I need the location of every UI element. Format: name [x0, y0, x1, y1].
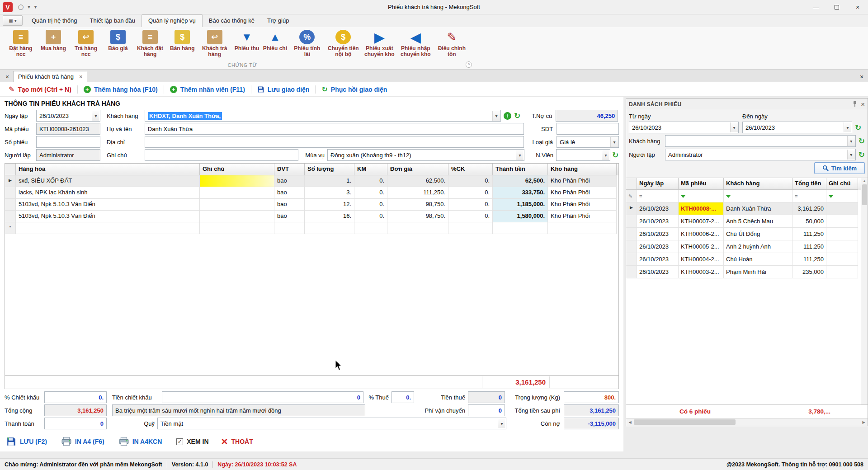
col-ck[interactable]: %CK [448, 164, 493, 175]
list-item[interactable]: 26/10/2023 KTH00007-2... Anh 5 Chệch Mau… [626, 215, 861, 228]
panel-close-icon[interactable]: × [861, 101, 865, 108]
list-item[interactable]: 26/10/2023 KTH00005-2... Anh 2 huỳnh Anh… [626, 240, 861, 253]
col-thanh-tien[interactable]: Thành tiền [493, 164, 548, 175]
them-nhan-vien-button[interactable]: +Thêm nhân viên (F11) [164, 86, 251, 93]
tien-thue-field[interactable]: 0 [468, 391, 505, 403]
thoat-button[interactable]: ×THOÁT [222, 436, 253, 447]
tu-ngay-field[interactable]: 26/10/2023▾ [629, 122, 739, 133]
col-kho-hang[interactable]: Kho hàng [548, 164, 617, 175]
them-hang-hoa-button[interactable]: +Thêm hàng hóa (F10) [78, 86, 164, 93]
t-no-cu-field[interactable]: 46,250 [556, 110, 618, 122]
refresh-customer-icon[interactable]: ↻ [514, 112, 520, 120]
table-row[interactable]: 5103vd, Npk 5.10.3 Văn Điển bao 12. 0. 9… [5, 199, 618, 211]
tab-nav-close-icon[interactable]: × [1, 71, 13, 82]
tien-chiet-khau-field[interactable]: 0 [162, 391, 363, 403]
pcol-tong-tien[interactable]: Tổng tiền [793, 178, 826, 190]
thanh-toan-field[interactable]: 0 [44, 418, 107, 429]
tao-moi-button[interactable]: ✎Tạo mới (Ctrl + N) [3, 85, 77, 94]
ribbon-item-dieu-chinh-ton[interactable]: ✎Điều chỉnh tồn [434, 29, 470, 59]
doc-tab-phieu-khach-tra-hang[interactable]: Phiếu khách trả hàng × [13, 71, 87, 82]
mua-vu-select[interactable]: Đông xuân (Khoảng th9 - th12)▾ [327, 149, 524, 161]
quick-access-caret2-icon[interactable]: ▾ [34, 4, 37, 10]
col-so-luong[interactable]: Số lượng [305, 164, 354, 175]
ghi-chu-field[interactable] [145, 149, 298, 161]
table-row[interactable]: lacks, NPK lạc Khánh sinh bao 3. 0. 111,… [5, 187, 618, 199]
tong-cong-field[interactable]: 3,161,250 [44, 404, 107, 416]
ribbon-item-phieu-xuat-chuyen-kho[interactable]: ▶Phiếu xuất chuyển kho [361, 29, 397, 59]
tim-kiem-button[interactable]: Tìm kiếm [814, 162, 865, 174]
ribbon-item-phieu-nhap-chuyen-kho[interactable]: ◀Phiếu nhập chuyển kho [397, 29, 434, 59]
tab-tro-giup[interactable]: Trợ giúp [261, 15, 296, 27]
ma-phieu-field[interactable]: KTH00008-261023 [36, 123, 100, 135]
trong-luong-field[interactable]: 800. [564, 391, 619, 403]
maximize-button[interactable] [826, 0, 847, 14]
quy-select[interactable]: Tiền mặt▾ [157, 418, 506, 429]
in-a4-button[interactable]: IN A4 (F6) [61, 437, 104, 446]
add-customer-button[interactable]: + [504, 112, 511, 120]
scrollbar-thumb[interactable] [634, 419, 736, 425]
new-row[interactable]: * [5, 222, 618, 234]
filter-ghi-chu[interactable] [826, 190, 858, 202]
quick-access-circle-icon[interactable]: ◯ [18, 4, 24, 10]
list-item[interactable]: 26/10/2023 KTH00003-2... Phạm Minh Hải 2… [626, 266, 861, 278]
den-ngay-field[interactable]: 26/10/2023▾ [742, 122, 852, 133]
ribbon-item-phieu-thu[interactable]: ▼Phiếu thu [233, 29, 261, 59]
col-don-gia[interactable]: Đơn giá [387, 164, 448, 175]
ribbon-item-ban-hang[interactable]: $Bán hàng [168, 29, 197, 59]
con-no-field[interactable]: -3,115,000 [564, 418, 619, 429]
pcol-ma-phieu[interactable]: Mã phiếu [679, 178, 724, 190]
ngay-lap-field[interactable]: 26/10/2023▾ [36, 110, 100, 122]
luu-giao-dien-button[interactable]: Lưu giao diện [251, 86, 316, 93]
bang-chu-field[interactable]: Ba triệu một trăm sáu mươi mốt nghìn hai… [112, 404, 365, 416]
refresh-nhan-vien-icon[interactable]: ↻ [612, 151, 618, 159]
xem-in-checkbox[interactable]: ✓XEM IN [176, 438, 208, 445]
refresh-nguoi-lap-icon[interactable]: ↻ [859, 151, 865, 159]
tab-quan-tri-he-thong[interactable]: Quản trị hệ thống [25, 15, 83, 27]
thue-field[interactable]: 0. [392, 391, 414, 403]
loai-gia-select[interactable]: Giá lẻ▾ [557, 136, 619, 148]
refresh-khach-hang-icon[interactable]: ↻ [859, 137, 865, 145]
pin-icon[interactable] [853, 101, 857, 107]
phuc-hoi-giao-dien-button[interactable]: ↻Phục hồi giao diện [316, 85, 393, 94]
so-phieu-field[interactable] [36, 136, 100, 148]
ribbon-item-phieu-chi[interactable]: ▲Phiếu chi [261, 29, 289, 59]
scrollbar-thumb[interactable] [862, 184, 867, 205]
ribbon-item-chuyen-tien-noi-bo[interactable]: $Chuyển tiền nội bộ [325, 29, 361, 59]
panel-nguoi-lap-select[interactable]: Administrator▾ [665, 149, 856, 160]
chiet-khau-field[interactable]: 0. [44, 391, 107, 403]
ribbon-item-phieu-tinh-lai[interactable]: %Phiếu tính lãi [289, 29, 325, 59]
col-hang-hoa[interactable]: Hàng hóa [16, 164, 200, 175]
khach-hang-field[interactable]: KHDXT, Danh Xuân Thừa,▾ [145, 110, 501, 122]
ribbon-item-dat-hang-ncc[interactable]: ≡Đặt hàng ncc [3, 29, 39, 59]
col-dvt[interactable]: ĐVT [274, 164, 305, 175]
horizontal-scrollbar[interactable]: ◀ ▶ [626, 418, 868, 426]
scroll-up-icon[interactable]: ▲ [863, 179, 866, 183]
table-row[interactable]: ▶ sxđ, SIÊU XỐP ĐẤT bao 1. 0. 62,500. 0.… [5, 175, 618, 187]
panel-khach-hang-select[interactable]: ▾ [665, 135, 856, 147]
filter-ma-phieu[interactable] [679, 190, 724, 202]
ribbon-collapse-button[interactable]: ^ [466, 61, 472, 68]
quick-access-caret-icon[interactable]: ▾ [28, 4, 30, 10]
scroll-left-icon[interactable]: ◀ [626, 418, 634, 426]
vertical-scrollbar[interactable]: ▲ [861, 178, 868, 404]
filter-ngay-lap[interactable]: = [637, 190, 679, 202]
nguoi-lap-field[interactable]: Administrator [36, 149, 100, 161]
pcol-ngay-lap[interactable]: Ngày lập [637, 178, 679, 190]
ribbon-item-khach-tra-hang[interactable]: ↩Khách trả hàng [197, 29, 233, 59]
table-row[interactable]: 5103vd, Npk 5.10.3 Văn Điển bao 16. 0. 9… [5, 211, 618, 222]
col-km[interactable]: KM [354, 164, 387, 175]
filter-tong-tien[interactable]: = [793, 190, 826, 202]
refresh-dates-icon[interactable]: ↻ [855, 124, 861, 132]
ho-va-ten-field[interactable]: Danh Xuân Thừa [145, 123, 524, 135]
list-item[interactable]: ▶ 26/10/2023 KTH00008-... Danh Xuân Thừa… [626, 202, 861, 215]
pcol-khach-hang[interactable]: Khách hàng [724, 178, 793, 190]
scroll-right-icon[interactable]: ▶ [860, 418, 868, 426]
ribbon-item-khach-dat-hang[interactable]: ≡Khách đặt hàng [132, 29, 168, 59]
doc-tabs-close-all-icon[interactable]: × [855, 71, 868, 82]
pcol-ghi-chu[interactable]: Ghi chú [826, 178, 858, 190]
list-item[interactable]: 26/10/2023 KTH00006-2... Chú Út Đổng 111… [626, 228, 861, 240]
ribbon-item-mua-hang[interactable]: +Mua hàng [39, 29, 68, 59]
filter-edit-icon[interactable]: ✎ [626, 190, 637, 202]
col-ghi-chu[interactable]: Ghi chú [200, 164, 274, 175]
luu-button[interactable]: LƯU (F2) [6, 437, 47, 446]
